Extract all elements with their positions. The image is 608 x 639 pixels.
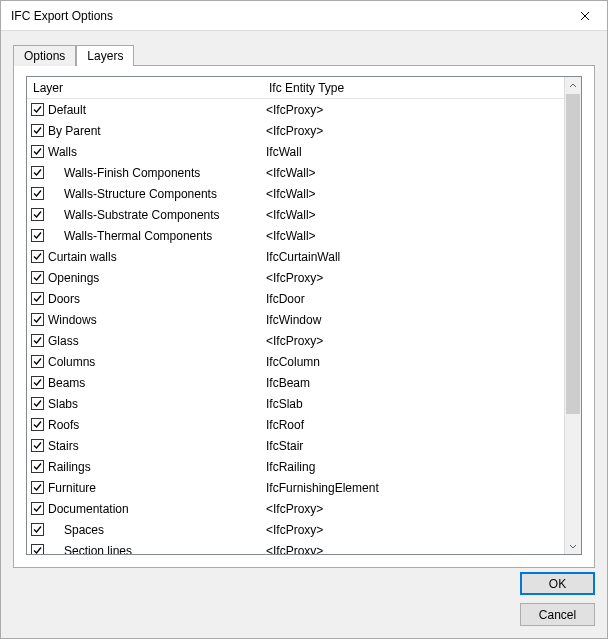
close-button[interactable]	[562, 1, 607, 31]
table-row[interactable]: Curtain wallsIfcCurtainWall	[27, 246, 564, 267]
checkbox[interactable]	[31, 355, 44, 368]
table-row[interactable]: Openings<IfcProxy>	[27, 267, 564, 288]
table-row[interactable]: Walls-Thermal Components<IfcWall>	[27, 225, 564, 246]
checkbox[interactable]	[31, 334, 44, 347]
table-row[interactable]: StairsIfcStair	[27, 435, 564, 456]
column-header-type[interactable]: Ifc Entity Type	[267, 81, 564, 95]
ifc-entity-type: <IfcProxy>	[266, 544, 564, 555]
layer-name: Roofs	[48, 418, 266, 432]
checkbox[interactable]	[31, 103, 44, 116]
checkbox[interactable]	[31, 229, 44, 242]
tab-options[interactable]: Options	[13, 45, 76, 66]
scroll-track[interactable]	[565, 94, 581, 537]
cancel-button[interactable]: Cancel	[520, 603, 595, 626]
ok-button[interactable]: OK	[520, 572, 595, 595]
ifc-entity-type: <IfcWall>	[266, 229, 564, 243]
scroll-thumb[interactable]	[566, 94, 580, 414]
window-title: IFC Export Options	[11, 9, 562, 23]
table-row[interactable]: BeamsIfcBeam	[27, 372, 564, 393]
checkbox[interactable]	[31, 439, 44, 452]
table-row[interactable]: WallsIfcWall	[27, 141, 564, 162]
layer-name: Openings	[48, 271, 266, 285]
column-header-layer[interactable]: Layer	[31, 81, 267, 95]
ifc-entity-type: IfcRoof	[266, 418, 564, 432]
layer-name: Windows	[48, 313, 266, 327]
layer-name: Walls-Substrate Components	[48, 208, 266, 222]
table-row[interactable]: By Parent<IfcProxy>	[27, 120, 564, 141]
close-icon	[580, 11, 590, 21]
dialog-buttons: OK Cancel	[520, 572, 595, 626]
layer-name: By Parent	[48, 124, 266, 138]
dialog-window: IFC Export Options Options Layers Layer …	[0, 0, 608, 639]
table-row[interactable]: Walls-Structure Components<IfcWall>	[27, 183, 564, 204]
table-row[interactable]: DoorsIfcDoor	[27, 288, 564, 309]
table-row[interactable]: RailingsIfcRailing	[27, 456, 564, 477]
table-row[interactable]: Default<IfcProxy>	[27, 99, 564, 120]
chevron-down-icon	[569, 542, 577, 550]
ifc-entity-type: IfcStair	[266, 439, 564, 453]
checkbox[interactable]	[31, 460, 44, 473]
checkbox[interactable]	[31, 544, 44, 554]
checkbox[interactable]	[31, 481, 44, 494]
table-row[interactable]: ColumnsIfcColumn	[27, 351, 564, 372]
table-row[interactable]: Section lines<IfcProxy>	[27, 540, 564, 554]
layer-list-content: Layer Ifc Entity Type Default<IfcProxy>B…	[27, 77, 564, 554]
vertical-scrollbar[interactable]	[564, 77, 581, 554]
checkbox[interactable]	[31, 166, 44, 179]
layer-name: Railings	[48, 460, 266, 474]
checkbox[interactable]	[31, 250, 44, 263]
ifc-entity-type: IfcCurtainWall	[266, 250, 564, 264]
checkbox[interactable]	[31, 397, 44, 410]
layer-name: Documentation	[48, 502, 266, 516]
tab-label: Options	[24, 49, 65, 63]
checkbox[interactable]	[31, 313, 44, 326]
table-row[interactable]: FurnitureIfcFurnishingElement	[27, 477, 564, 498]
tab-layers[interactable]: Layers	[76, 45, 134, 66]
checkbox[interactable]	[31, 376, 44, 389]
layer-name: Walls	[48, 145, 266, 159]
ifc-entity-type: IfcDoor	[266, 292, 564, 306]
checkbox[interactable]	[31, 523, 44, 536]
chevron-up-icon	[569, 82, 577, 90]
list-rows: Default<IfcProxy>By Parent<IfcProxy>Wall…	[27, 99, 564, 554]
scroll-up-button[interactable]	[565, 77, 581, 94]
checkbox[interactable]	[31, 208, 44, 221]
checkbox[interactable]	[31, 418, 44, 431]
client-area: Options Layers Layer Ifc Entity Type Def…	[1, 31, 607, 638]
ifc-entity-type: <IfcProxy>	[266, 502, 564, 516]
ifc-entity-type: IfcFurnishingElement	[266, 481, 564, 495]
layer-name: Spaces	[48, 523, 266, 537]
table-row[interactable]: Glass<IfcProxy>	[27, 330, 564, 351]
checkbox[interactable]	[31, 145, 44, 158]
scroll-down-button[interactable]	[565, 537, 581, 554]
ifc-entity-type: <IfcProxy>	[266, 103, 564, 117]
ifc-entity-type: <IfcProxy>	[266, 523, 564, 537]
ifc-entity-type: IfcSlab	[266, 397, 564, 411]
checkbox[interactable]	[31, 271, 44, 284]
ifc-entity-type: <IfcProxy>	[266, 334, 564, 348]
ifc-entity-type: IfcBeam	[266, 376, 564, 390]
layer-name: Walls-Structure Components	[48, 187, 266, 201]
table-row[interactable]: Walls-Substrate Components<IfcWall>	[27, 204, 564, 225]
layer-name: Walls-Finish Components	[48, 166, 266, 180]
tab-label: Layers	[87, 49, 123, 63]
layer-name: Section lines	[48, 544, 266, 555]
table-row[interactable]: WindowsIfcWindow	[27, 309, 564, 330]
checkbox[interactable]	[31, 502, 44, 515]
layer-name: Curtain walls	[48, 250, 266, 264]
ifc-entity-type: IfcColumn	[266, 355, 564, 369]
ifc-entity-type: IfcRailing	[266, 460, 564, 474]
layer-name: Stairs	[48, 439, 266, 453]
layer-name: Walls-Thermal Components	[48, 229, 266, 243]
table-row[interactable]: Documentation<IfcProxy>	[27, 498, 564, 519]
layer-name: Furniture	[48, 481, 266, 495]
list-header: Layer Ifc Entity Type	[27, 77, 564, 99]
checkbox[interactable]	[31, 124, 44, 137]
table-row[interactable]: Walls-Finish Components<IfcWall>	[27, 162, 564, 183]
table-row[interactable]: RoofsIfcRoof	[27, 414, 564, 435]
table-row[interactable]: Spaces<IfcProxy>	[27, 519, 564, 540]
ifc-entity-type: <IfcProxy>	[266, 124, 564, 138]
checkbox[interactable]	[31, 292, 44, 305]
table-row[interactable]: SlabsIfcSlab	[27, 393, 564, 414]
checkbox[interactable]	[31, 187, 44, 200]
